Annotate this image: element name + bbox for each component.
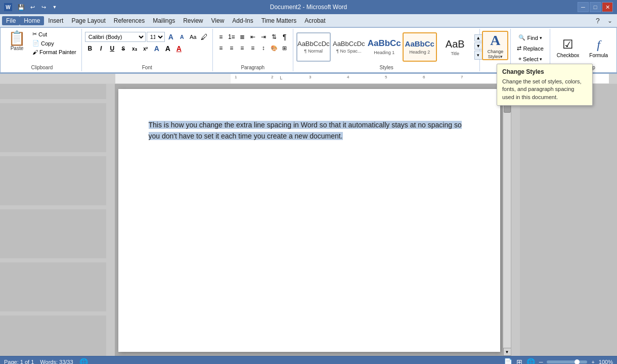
- menu-home[interactable]: Home: [20, 16, 44, 25]
- multilevel-list-button[interactable]: ≣: [237, 32, 247, 42]
- menu-view[interactable]: View: [207, 16, 229, 25]
- select-button[interactable]: ⌖ Select ▾: [515, 54, 546, 64]
- checkbox-icon: ☑: [562, 37, 574, 52]
- style-no-spacing-button[interactable]: AaBbCcDc ¶ No Spac...: [332, 32, 366, 62]
- menu-addins[interactable]: Add-Ins: [228, 16, 257, 25]
- clear-formatting-button[interactable]: 🖊: [199, 32, 209, 42]
- menu-timematters[interactable]: Time Matters: [257, 16, 301, 25]
- line-spacing-button[interactable]: ↕: [258, 43, 269, 53]
- font-color-button[interactable]: A: [174, 43, 184, 54]
- menu-review[interactable]: Review: [179, 16, 207, 25]
- bullets-button[interactable]: ≡: [216, 32, 226, 42]
- editing-group-content: 🔍 Find ▾ ⇄ Replace ⌖ Select ▾: [514, 30, 546, 64]
- style-heading2-button[interactable]: AaBbCc Heading 2: [403, 32, 437, 62]
- style-heading1-button[interactable]: AaBbCc Heading 1: [367, 32, 402, 62]
- menu-acrobat[interactable]: Acrobat: [300, 16, 329, 25]
- menu-references[interactable]: References: [110, 16, 149, 25]
- zoom-in-button[interactable]: +: [591, 359, 594, 365]
- document-page[interactable]: This is how you change the extra line sp…: [118, 89, 500, 352]
- view-fullscreen-button[interactable]: ⊞: [516, 358, 522, 365]
- view-web-button[interactable]: 🌐: [526, 358, 535, 365]
- maximize-button[interactable]: □: [590, 2, 601, 12]
- font-size-select[interactable]: 11: [147, 32, 165, 42]
- styles-label: Styles: [380, 64, 393, 70]
- numbering-button[interactable]: 1≡: [227, 32, 237, 42]
- align-center-button[interactable]: ≡: [227, 43, 237, 53]
- paragraph-group-content: ≡ 1≡ ≣ ⇤ ⇥ ⇅ ¶ ≡ ≡ ≡ ≡ ↕ 🎨 ⊞: [216, 30, 290, 64]
- text-effects-button[interactable]: A: [152, 43, 162, 54]
- new-group-content: ☑ Checkbox f Formula: [553, 30, 611, 64]
- format-painter-button[interactable]: 🖌 Format Painter: [30, 48, 78, 56]
- increase-indent-button[interactable]: ⇥: [258, 32, 269, 42]
- copy-button[interactable]: 📄 Copy: [30, 39, 78, 48]
- tooltip-body: Change the set of styles, colors, fonts,…: [502, 78, 587, 101]
- redo-button[interactable]: ↪: [38, 2, 49, 12]
- scroll-track[interactable]: [503, 92, 511, 348]
- change-styles-button[interactable]: A ChangeStyles▾: [482, 31, 508, 60]
- text-highlight-button[interactable]: A: [163, 43, 173, 54]
- paste-button[interactable]: 📋 Paste: [6, 30, 28, 53]
- menu-mailings[interactable]: Mailings: [149, 16, 179, 25]
- align-right-button[interactable]: ≡: [237, 43, 247, 53]
- styles-gallery: AaBbCcDc ¶ Normal AaBbCcDc ¶ No Spac... …: [296, 30, 477, 64]
- selected-text[interactable]: This is how you change the extra line sp…: [149, 121, 462, 140]
- left-panel-inner: [106, 84, 115, 356]
- align-left-button[interactable]: ≡: [216, 43, 226, 53]
- font-group-content: Calibri (Body) 11 A A Aa 🖊 B I U S x₂: [85, 30, 209, 64]
- replace-icon: ⇄: [517, 45, 521, 52]
- help-button[interactable]: ?: [593, 16, 603, 26]
- formula-icon: f: [597, 38, 600, 52]
- shrink-font-button[interactable]: A: [177, 32, 187, 42]
- scroll-down-button[interactable]: ▼: [503, 348, 511, 356]
- change-case-button[interactable]: Aa: [188, 32, 198, 42]
- shading-button[interactable]: 🎨: [269, 43, 279, 53]
- align-row: ≡ ≡ ≡ ≡ ↕ 🎨 ⊞: [216, 43, 290, 53]
- decrease-indent-button[interactable]: ⇤: [248, 32, 258, 42]
- menu-page-layout[interactable]: Page Layout: [67, 16, 109, 25]
- list-row: ≡ 1≡ ≣ ⇤ ⇥ ⇅ ¶: [216, 32, 290, 42]
- word-count: Words: 33/33: [40, 359, 73, 365]
- strikethrough-button[interactable]: S: [118, 43, 128, 54]
- find-button[interactable]: 🔍 Find ▾: [515, 33, 545, 42]
- vertical-scrollbar[interactable]: ▲ ▼: [503, 84, 511, 356]
- italic-button[interactable]: I: [96, 43, 106, 54]
- change-styles-icon: A: [490, 32, 500, 49]
- menu-file[interactable]: File: [2, 16, 20, 25]
- underline-button[interactable]: U: [107, 43, 117, 54]
- zoom-slider[interactable]: [547, 360, 587, 363]
- document-text[interactable]: This is how you change the extra line sp…: [149, 119, 470, 142]
- sort-button[interactable]: ⇅: [269, 32, 279, 42]
- show-hide-button[interactable]: ¶: [280, 32, 290, 42]
- more-qa-button[interactable]: ▼: [50, 2, 60, 12]
- subscript-button[interactable]: x₂: [129, 43, 140, 54]
- menu-insert[interactable]: Insert: [44, 16, 67, 25]
- right-area: ▲ ▼: [503, 84, 617, 356]
- menu-bar: File Home Insert Page Layout References …: [0, 14, 617, 27]
- formula-button[interactable]: f Formula: [586, 35, 611, 61]
- superscript-button[interactable]: x²: [141, 43, 151, 54]
- quick-access-toolbar: 💾 ↩ ↪ ▼: [16, 2, 60, 12]
- view-print-button[interactable]: 📄: [504, 358, 512, 365]
- font-name-select[interactable]: Calibri (Body): [85, 32, 146, 42]
- font-group: Calibri (Body) 11 A A Aa 🖊 B I U S x₂: [82, 29, 213, 71]
- bold-button[interactable]: B: [85, 43, 95, 54]
- cut-button[interactable]: ✂ Cut: [30, 30, 78, 38]
- ribbon-toggle[interactable]: ⌄: [605, 16, 615, 26]
- minimize-button[interactable]: ─: [578, 2, 589, 12]
- borders-button[interactable]: ⊞: [280, 43, 290, 53]
- style-heading1-preview: AaBbCc: [368, 38, 401, 49]
- undo-button[interactable]: ↩: [27, 2, 37, 12]
- style-title-button[interactable]: AaB Title: [438, 32, 472, 62]
- replace-button[interactable]: ⇄ Replace: [514, 43, 546, 53]
- close-button[interactable]: ✕: [602, 2, 613, 12]
- zoom-out-button[interactable]: ─: [539, 359, 543, 365]
- style-normal-preview: AaBbCcDc: [297, 40, 330, 48]
- change-styles-tooltip: Change Styles Change the set of styles, …: [497, 64, 593, 106]
- window-controls: ─ □ ✕: [578, 2, 613, 12]
- style-normal-button[interactable]: AaBbCcDc ¶ Normal: [296, 32, 331, 62]
- justify-button[interactable]: ≡: [248, 43, 258, 53]
- checkbox-button[interactable]: ☑ Checkbox: [553, 35, 583, 61]
- style-no-spacing-label: ¶ No Spac...: [336, 49, 361, 54]
- save-button[interactable]: 💾: [16, 2, 26, 12]
- grow-font-button[interactable]: A: [166, 32, 176, 42]
